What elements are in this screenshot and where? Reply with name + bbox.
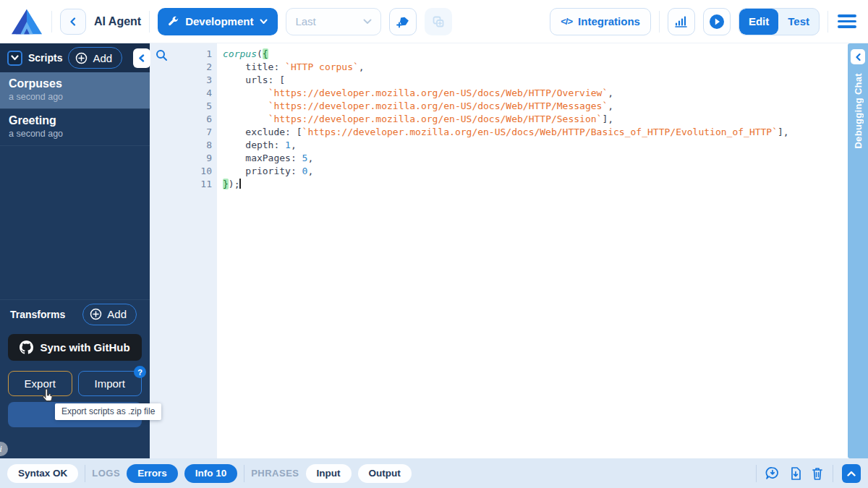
app-logo (10, 7, 43, 36)
version-select[interactable]: Last (286, 8, 381, 35)
chevron-left-icon (138, 54, 145, 62)
info-pill[interactable]: Info 10 (184, 464, 238, 483)
divider (149, 11, 150, 33)
run-button[interactable] (703, 8, 731, 35)
editor-gutter: 1234567891011 (150, 43, 217, 458)
add-transform-button[interactable]: Add (82, 304, 137, 325)
scripts-section-label: Scripts (28, 52, 62, 64)
add-script-label: Add (93, 52, 112, 64)
transforms-header: Transforms Add (0, 299, 150, 328)
play-icon (708, 13, 726, 30)
sync-github-button[interactable]: Sync with GitHub (8, 334, 142, 361)
sync-github-label: Sync with GitHub (40, 341, 129, 354)
scripts-collapse-checkbox[interactable] (7, 51, 22, 66)
errors-pill[interactable]: Errors (127, 464, 178, 483)
chevron-down-icon (260, 19, 268, 25)
sidebar-collapse-button[interactable] (133, 48, 150, 68)
import-label: Import (94, 377, 125, 390)
sidebar-actions: Sync with GitHub Export Import ? (0, 328, 150, 458)
statusbar-icons (756, 464, 861, 483)
transforms-section-label: Transforms (10, 309, 65, 320)
divider (756, 465, 757, 482)
code-line: title: `HTTP corpus`, (223, 61, 843, 74)
script-timestamp: a second ago (9, 92, 141, 102)
trash-icon[interactable] (811, 466, 824, 481)
github-icon (20, 341, 33, 354)
code-content[interactable]: corpus({ title: `HTTP corpus`, urls: [ `… (217, 43, 843, 458)
debug-panel-expand-button[interactable] (851, 49, 865, 64)
menu-icon[interactable] (836, 12, 858, 31)
help-badge[interactable]: ? (134, 366, 146, 378)
code-line: }); (223, 178, 843, 191)
output-pill[interactable]: Output (358, 464, 412, 483)
search-icon[interactable] (156, 49, 168, 61)
version-select-value: Last (295, 15, 315, 27)
plus-circle-icon (90, 308, 102, 320)
code-line: priority: 0, (223, 165, 843, 178)
script-name: Greeting (9, 114, 141, 127)
code-line: exclude: [`https://developer.mozilla.org… (223, 126, 843, 139)
top-bar: AI Agent Development Last (0, 0, 868, 43)
export-tooltip: Export scripts as .zip file (55, 403, 161, 420)
export-import-row: Export Import ? (8, 371, 142, 396)
download-chat-icon[interactable] (765, 466, 780, 481)
code-line: depth: 1, (223, 139, 843, 152)
environment-label: Development (185, 15, 253, 27)
analytics-button[interactable] (668, 8, 695, 35)
wrench-icon (168, 16, 179, 27)
code-line: maxPages: 5, (223, 152, 843, 165)
hand-cursor-icon (41, 388, 55, 404)
back-button[interactable] (60, 9, 86, 35)
syntax-status-pill[interactable]: Syntax OK (7, 464, 78, 483)
code-line: corpus({ (223, 48, 843, 61)
logs-label: LOGS (92, 468, 120, 479)
chevron-down-icon (11, 55, 19, 61)
chevron-down-icon (363, 19, 372, 25)
code-line: urls: [ (223, 74, 843, 87)
chevron-up-icon (847, 471, 856, 476)
tag-plus-icon (396, 14, 410, 29)
environment-button[interactable]: Development (158, 8, 278, 35)
text-cursor (239, 179, 241, 189)
chevron-left-icon (855, 53, 861, 61)
divider (827, 11, 828, 33)
plus-circle-icon (75, 52, 88, 64)
script-timestamp: a second ago (9, 129, 141, 139)
debugging-chat-rail[interactable]: Debugging Chat (848, 43, 868, 458)
script-item-corpuses[interactable]: Corpuses a second ago (0, 72, 150, 109)
add-script-button[interactable]: Add (68, 47, 122, 69)
code-line: `https://developer.mozilla.org/en-US/doc… (223, 100, 843, 113)
chevron-left-icon (69, 17, 77, 26)
tab-test[interactable]: Test (778, 9, 819, 35)
divider (51, 11, 52, 33)
code-line: `https://developer.mozilla.org/en-US/doc… (223, 87, 843, 100)
code-editor: 1234567891011 corpus({ title: `HTTP corp… (150, 43, 843, 458)
duplicate-button (425, 8, 452, 35)
input-pill[interactable]: Input (306, 464, 352, 483)
add-tag-button[interactable] (389, 8, 417, 35)
code-icon: </> (561, 16, 572, 27)
divider (833, 465, 833, 482)
scripts-sidebar: Scripts Add Corpuses a second ago Greeti… (0, 43, 150, 458)
status-bar: Syntax OK LOGS Errors Info 10 PHRASES In… (0, 458, 868, 488)
bar-chart-icon (674, 14, 688, 28)
import-button[interactable]: Import ? (78, 371, 142, 396)
divider (244, 465, 244, 482)
scripts-header: Scripts Add (0, 43, 150, 72)
debugging-chat-label: Debugging Chat (853, 73, 864, 149)
phrases-label: PHRASES (251, 468, 299, 479)
script-name: Corpuses (9, 77, 141, 90)
sidebar-bottom-group: Transforms Add Sync with GitHub (0, 299, 150, 458)
collapse-panel-button[interactable] (842, 464, 861, 483)
line-numbers: 1234567891011 (200, 48, 212, 191)
main-content: Scripts Add Corpuses a second ago Greeti… (0, 43, 868, 458)
script-item-greeting[interactable]: Greeting a second ago (0, 109, 150, 146)
download-file-icon[interactable] (789, 466, 802, 481)
divider (659, 11, 660, 33)
copy-plus-icon (432, 15, 445, 28)
code-line: `https://developer.mozilla.org/en-US/doc… (223, 113, 843, 126)
integrations-button[interactable]: </> Integrations (550, 8, 651, 35)
mode-toggle: Edit Test (739, 8, 820, 35)
tab-edit[interactable]: Edit (739, 9, 778, 35)
page-title: AI Agent (94, 15, 141, 28)
